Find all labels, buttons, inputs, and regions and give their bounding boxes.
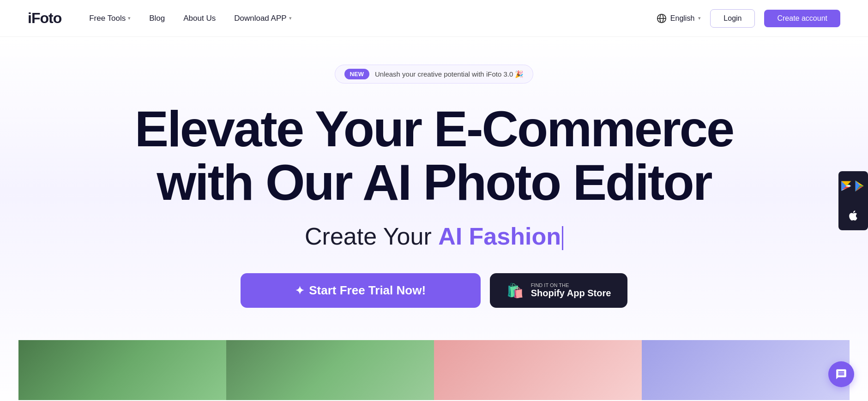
navbar: iFoto Free Tools ▾ Blog About Us Downloa… [0, 0, 868, 37]
globe-icon [657, 13, 667, 24]
hero-subtitle-accent: AI Fashion [438, 223, 561, 250]
chat-icon [835, 368, 847, 380]
create-account-button[interactable]: Create account [764, 10, 840, 27]
shopify-app-store-button[interactable]: 🛍️ FIND IT ON THE Shopify App Store [490, 273, 628, 308]
logo-foto: Foto [31, 10, 61, 26]
chevron-down-icon: ▾ [128, 15, 131, 21]
cursor-blink [562, 226, 563, 250]
preview-image-3 [434, 340, 642, 400]
login-button[interactable]: Login [710, 9, 755, 28]
ios-app-button[interactable] [838, 201, 868, 230]
start-trial-button[interactable]: ✦ Start Free Trial Now! [241, 273, 481, 308]
chevron-down-icon: ▾ [698, 15, 701, 21]
preview-image-4 [642, 340, 850, 400]
new-badge-banner[interactable]: NEW Unleash your creative potential with… [335, 65, 534, 84]
hero-subtitle: Create Your AI Fashion [305, 222, 563, 250]
hero-cta-buttons: ✦ Start Free Trial Now! 🛍️ FIND IT ON TH… [241, 273, 628, 308]
language-selector[interactable]: English ▾ [657, 13, 701, 24]
nav-blog[interactable]: Blog [149, 14, 165, 23]
preview-image-1 [18, 340, 226, 400]
logo-i: i [28, 10, 31, 26]
nav-download-app[interactable]: Download APP ▾ [234, 14, 291, 23]
nav-links: Free Tools ▾ Blog About Us Download APP … [89, 14, 657, 23]
logo[interactable]: iFoto [28, 10, 61, 27]
nav-right: English ▾ Login Create account [657, 9, 840, 28]
new-badge: NEW [344, 69, 369, 79]
chevron-down-icon: ▾ [289, 15, 292, 21]
shopify-icon: 🛍️ [506, 282, 524, 299]
nav-free-tools[interactable]: Free Tools ▾ [89, 14, 131, 23]
nav-about-us[interactable]: About Us [183, 14, 216, 23]
chat-button[interactable] [828, 361, 854, 387]
android-app-button[interactable] [838, 171, 868, 201]
shopify-text-block: FIND IT ON THE Shopify App Store [531, 282, 611, 299]
preview-image-2 [226, 340, 434, 400]
side-app-buttons [838, 171, 868, 230]
sparkle-icon: ✦ [295, 284, 304, 297]
preview-images-row [18, 340, 850, 400]
hero-title: Elevate Your E-Commerce with Our AI Phot… [135, 102, 733, 209]
badge-description: Unleash your creative potential with iFo… [375, 70, 524, 78]
apple-icon [847, 209, 859, 221]
play-store-icon [853, 179, 867, 193]
hero-section: NEW Unleash your creative potential with… [0, 37, 868, 401]
android-icon [840, 180, 853, 192]
